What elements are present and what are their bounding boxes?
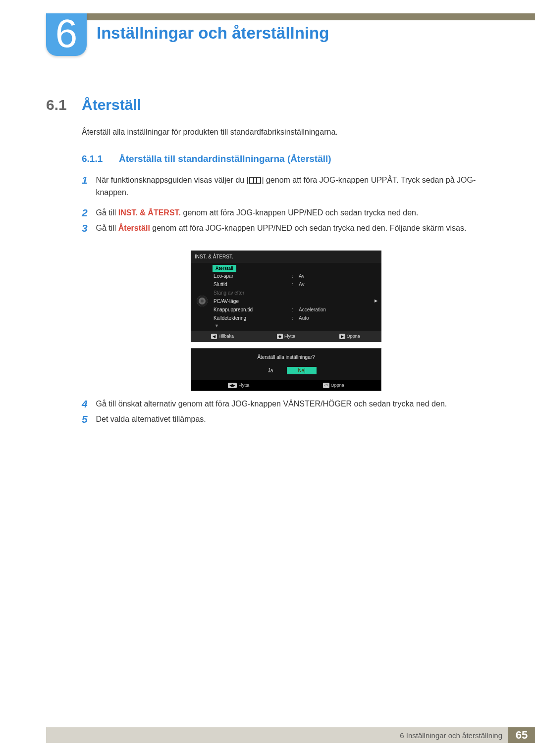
step-number: 5 (82, 413, 94, 425)
step-number: 3 (82, 222, 94, 234)
chapter-number-badge: 6 (46, 13, 87, 56)
osd-footer: ◀Tillbaka ◆Flytta ▶Öppna (191, 331, 381, 342)
step-5: 5 Det valda alternativet tillämpas. (82, 413, 206, 426)
step-1: 1 När funktionsknappsguiden visas väljer… (82, 174, 487, 199)
section-number: 6.1 (46, 97, 67, 113)
step-text: Gå till Återställ genom att föra JOG-kna… (96, 222, 466, 235)
osd-row-label: Källdetektering (213, 315, 292, 321)
osd-row-value: Auto (299, 315, 309, 321)
reset-dialog: Återställ alla inställningar? Ja Nej ◀▶F… (191, 348, 381, 391)
osd-footer-back: ◀Tillbaka (191, 334, 254, 339)
osd-footer-open: ▶Öppna (318, 334, 381, 339)
page-footer-text: 6 Inställningar och återställning (400, 731, 508, 740)
subsection-title: Återställa till standardinställningarna … (119, 153, 331, 164)
step-text: Gå till INST. & ÅTERST. genom att föra J… (96, 207, 418, 219)
step-bold: Återställ (118, 224, 150, 232)
section-intro: Återställ alla inställningar för produkt… (82, 128, 338, 137)
header-bar (86, 13, 535, 20)
step-2: 2 Gå till INST. & ÅTERST. genom att föra… (82, 207, 418, 219)
subsection-number: 6.1.1 (82, 153, 103, 164)
osd-row-label: Sluttid (213, 282, 292, 287)
page-number: 65 (508, 727, 535, 743)
step-text-post: genom att föra JOG-knappen UPP/NED och s… (150, 224, 467, 232)
chevron-down-icon: ▼ (191, 322, 381, 331)
osd-row-value: Av (299, 282, 305, 287)
osd-footer-move: ◆Flytta (254, 334, 318, 339)
osd-title: INST. & ÅTERST. (191, 251, 381, 263)
chevron-right-icon: ▶ (374, 299, 377, 304)
osd-row-label: Stäng av efter (213, 290, 292, 296)
section-title: Återställ (82, 97, 141, 113)
osd-row-value: Av (299, 273, 305, 279)
osd-row-label: PC/AV-läge (213, 299, 292, 304)
step-text: Gå till önskat alternativ genom att föra… (96, 398, 447, 410)
osd-row-label: Eco-spar (213, 273, 292, 279)
dialog-yes: Ja (256, 367, 285, 374)
step-4: 4 Gå till önskat alternativ genom att fö… (82, 398, 447, 410)
step-bold: INST. & ÅTERST. (118, 208, 181, 217)
step-number: 2 (82, 207, 94, 219)
step-number: 1 (82, 174, 94, 186)
step-3: 3 Gå till Återställ genom att föra JOG-k… (82, 222, 466, 235)
dialog-no: Nej (287, 367, 317, 374)
step-text: Det valda alternativet tillämpas. (96, 413, 206, 426)
menu-icon (249, 177, 261, 184)
dialog-footer-move: ◀▶Flytta (191, 383, 286, 388)
step-text-post: genom att föra JOG-knappen UPP/NED och s… (181, 208, 418, 217)
step-text: När funktionsknappsguiden visas väljer d… (96, 174, 487, 199)
osd-row-value: Acceleration (299, 307, 326, 312)
osd-menu: INST. & ÅTERST. Återställ Eco-spar:Av Sl… (191, 251, 381, 391)
osd-highlight: Återställ (213, 265, 236, 272)
chapter-title: Inställningar och återställning (97, 24, 329, 43)
page-footer: 6 Inställningar och återställning 65 (46, 727, 535, 743)
dialog-footer-open: ⏎Öppna (286, 383, 381, 388)
step-text-pre: När funktionsknappsguiden visas väljer d… (96, 176, 249, 184)
dialog-question: Återställ alla inställningar? (191, 349, 381, 365)
step-text-pre: Gå till (96, 208, 118, 217)
step-text-pre: Gå till (96, 224, 118, 232)
step-number: 4 (82, 398, 94, 410)
osd-row-label: Knappupprepn.tid (213, 307, 292, 312)
